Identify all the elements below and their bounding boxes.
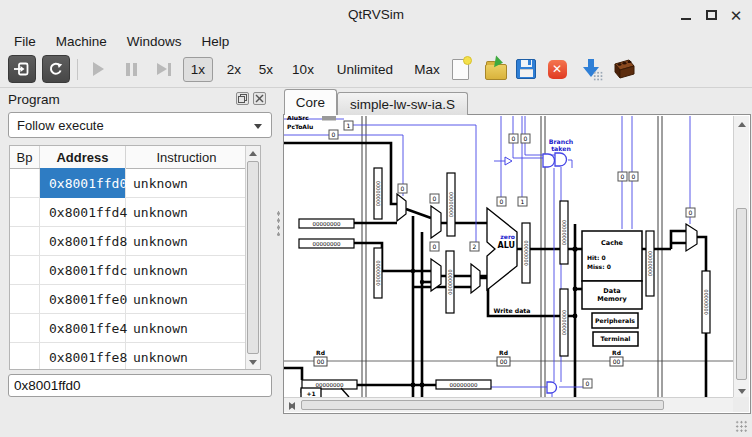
svg-text:00000000: 00000000 (703, 289, 709, 314)
terminal-block[interactable]: Terminal (593, 332, 638, 346)
step-icon (157, 63, 171, 76)
branch-gates (505, 153, 567, 393)
svg-text:0: 0 (689, 209, 693, 216)
menu-windows[interactable]: Windows (117, 32, 192, 51)
save-button[interactable] (512, 55, 540, 83)
instruction-cell: unknown (126, 314, 247, 342)
svg-text:00: 00 (613, 358, 621, 365)
svg-text:0: 0 (401, 185, 405, 192)
resize-grip[interactable] (735, 420, 748, 433)
svg-text:0: 0 (524, 135, 528, 142)
cache-block[interactable]: Cache Hit: 0 Miss: 0 (582, 231, 642, 281)
dock-float-button[interactable] (236, 92, 249, 105)
table-row[interactable]: 0x8001ffe8 unknown (10, 343, 247, 370)
reset-icon (14, 61, 30, 77)
open-file-button[interactable] (482, 55, 510, 83)
column-instruction[interactable]: Instruction (126, 146, 247, 168)
scroll-down-icon[interactable] (735, 384, 749, 398)
address-input[interactable] (8, 374, 272, 397)
table-row[interactable]: 0x8001ffe4 unknown (10, 314, 247, 343)
maximize-button[interactable] (703, 7, 719, 23)
compile-download-button[interactable] (577, 55, 605, 83)
minimize-button[interactable] (678, 7, 694, 23)
svg-text:00000000: 00000000 (448, 192, 454, 217)
new-file-button[interactable] (446, 55, 474, 83)
cache-hit: Hit: 0 (587, 254, 606, 261)
svg-text:2: 2 (473, 243, 477, 250)
dock-close-icon (255, 94, 264, 103)
pctoalu-label: PcToAlu (287, 123, 313, 130)
diagram-vscroll-thumb[interactable] (736, 208, 747, 380)
diagram-hscroll-thumb[interactable] (301, 400, 664, 410)
tab-core[interactable]: Core (284, 89, 337, 115)
svg-text:0: 0 (332, 131, 336, 138)
speed-2x-button[interactable]: 2x (220, 57, 248, 82)
alusrc-label: AluSrc (287, 116, 309, 121)
bp-cell (10, 285, 40, 313)
speed-max-button[interactable]: Max (407, 57, 447, 82)
close-source-button[interactable]: ✕ (543, 55, 571, 83)
core-pipeline-diagram[interactable]: Branch taken 00000000 00000000 00000000 … (284, 116, 733, 398)
instruction-cell: unknown (126, 198, 247, 226)
scroll-up-icon[interactable] (246, 146, 260, 160)
svg-text:Rd: Rd (612, 349, 621, 356)
table-row[interactable]: 0x8001ffdc unknown (10, 256, 247, 285)
menu-bar: File Machine Windows Help (0, 30, 752, 52)
address-cell: 0x8001ffe4 (40, 314, 126, 342)
instruction-cell: unknown (126, 256, 247, 284)
table-row[interactable]: 0x8001ffd0 unknown (10, 169, 247, 198)
svg-text:1: 1 (347, 122, 351, 129)
svg-text:0: 0 (500, 198, 504, 205)
scroll-right-icon[interactable] (284, 399, 298, 413)
scrollbar-corner (733, 397, 749, 412)
follow-mode-select[interactable]: Follow execute (8, 112, 272, 138)
step-button[interactable] (150, 55, 178, 83)
column-bp[interactable]: Bp (10, 146, 40, 168)
table-scrollbar[interactable] (245, 146, 260, 369)
build-button[interactable] (608, 55, 636, 83)
speed-5x-button[interactable]: 5x (252, 57, 280, 82)
table-row[interactable]: 0x8001ffd8 unknown (10, 227, 247, 256)
data-memory-block[interactable]: Data Memory (582, 281, 642, 309)
dock-close-button[interactable] (253, 92, 266, 105)
svg-text:00000000: 00000000 (523, 240, 529, 265)
scroll-up-icon[interactable] (735, 117, 749, 131)
rd-indicators: Rd Rd Rd 00 00 00 (314, 349, 623, 366)
menu-file[interactable]: File (4, 32, 46, 51)
pause-icon (126, 63, 137, 76)
bp-cell (10, 314, 40, 342)
table-row[interactable]: 0x8001ffd4 unknown (10, 198, 247, 227)
diagram-vertical-scrollbar[interactable] (733, 116, 749, 399)
pause-button[interactable] (117, 55, 145, 83)
value-registers[interactable]: 00000000 00000000 00000000 00000000 (299, 219, 491, 389)
address-cell: 0x8001ffd8 (40, 227, 126, 255)
menu-machine[interactable]: Machine (46, 32, 117, 51)
follow-mode-value: Follow execute (17, 118, 104, 133)
run-button[interactable] (84, 55, 112, 83)
diagram-horizontal-scrollbar[interactable] (284, 397, 733, 412)
cache-title: Cache (601, 239, 624, 247)
speed-unlimited-button[interactable]: Unlimited (327, 57, 403, 82)
svg-text:0: 0 (433, 243, 437, 250)
status-bar (0, 415, 752, 437)
table-scrollbar-thumb[interactable] (247, 161, 259, 354)
column-address[interactable]: Address (40, 146, 126, 168)
alu[interactable]: zero ALU (487, 208, 517, 290)
menu-help[interactable]: Help (192, 32, 240, 51)
peripherals-block[interactable]: Peripherals (592, 313, 638, 328)
svg-text:00000000: 00000000 (316, 382, 344, 388)
maximize-icon (706, 10, 717, 20)
table-row[interactable]: 0x8001ffe0 unknown (10, 285, 247, 314)
close-button[interactable]: ✕ (728, 7, 744, 23)
reload-button[interactable] (42, 55, 70, 83)
tab-source-file[interactable]: simple-lw-sw-ia.S (337, 92, 468, 115)
toolbar: 1x 2x 5x 10x Unlimited Max ✕ (0, 52, 752, 88)
reset-button[interactable] (8, 55, 36, 83)
scroll-down-icon[interactable] (246, 355, 260, 369)
pipeline-registers[interactable]: 00000000 00000000 00000000 00000000 0000… (374, 168, 710, 356)
speed-10x-button[interactable]: 10x (285, 57, 321, 82)
splitter-handle[interactable] (277, 210, 280, 236)
speed-1x-button[interactable]: 1x (183, 57, 213, 82)
window-title: QtRVSim (0, 7, 752, 22)
bp-cell (10, 227, 40, 255)
